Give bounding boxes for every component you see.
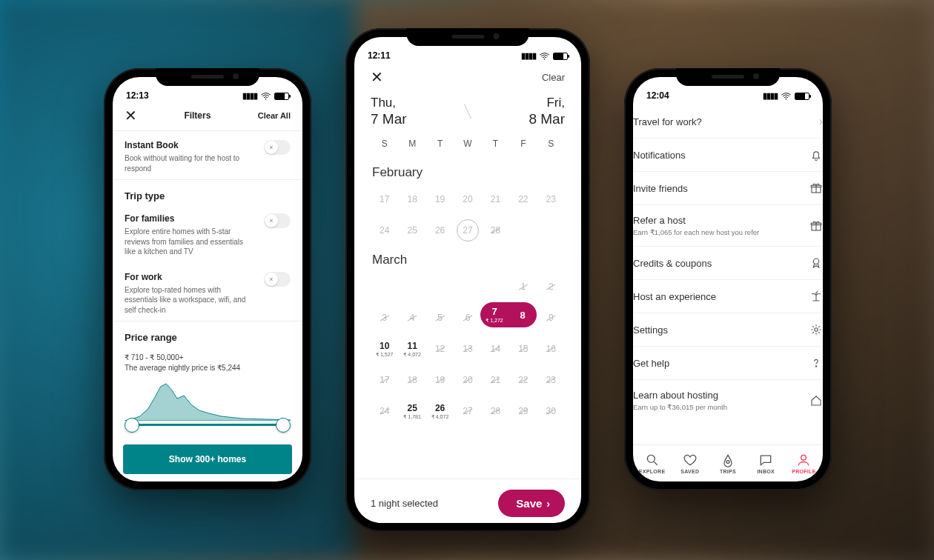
calendar-february: 17 18 19 20 21 22 23 24 25 26 27 28 xyxy=(371,186,565,244)
cal-day[interactable]: 28 xyxy=(482,398,509,424)
cal-day[interactable]: 5 xyxy=(426,304,454,331)
tab-profile[interactable]: PROFILE xyxy=(785,445,823,481)
families-title: For families xyxy=(125,213,255,224)
clear-all-button[interactable]: Clear All xyxy=(258,111,291,120)
profile-row-invite-friends[interactable]: Invite friends xyxy=(633,172,823,205)
profile-row-credits[interactable]: Credits & coupons xyxy=(633,247,823,280)
cal-day[interactable]: 4 xyxy=(398,304,425,331)
date-range-display: Thu, 7 Mar Fri, 8 Mar xyxy=(371,89,565,139)
cal-day[interactable]: 15 xyxy=(509,336,537,362)
svg-point-12 xyxy=(801,455,807,460)
filters-header: ✕ Filters Clear All xyxy=(125,102,291,130)
tab-explore[interactable]: EXPLORE xyxy=(633,445,671,481)
cal-day[interactable]: 3 xyxy=(371,304,398,331)
airbnb-icon xyxy=(721,453,735,467)
signal-icon: ▮▮▮▮ xyxy=(242,91,257,101)
cal-day[interactable]: 19 xyxy=(426,367,454,393)
gift-icon xyxy=(809,181,823,195)
cal-day[interactable]: 21 xyxy=(482,367,509,393)
profile-row-learn-hosting[interactable]: Learn about hosting Earn up to ₹36,015 p… xyxy=(633,380,823,421)
cal-day[interactable]: 27 xyxy=(454,398,481,424)
cal-day[interactable]: 10₹ 1,527 xyxy=(371,336,398,362)
to-date: 8 Mar xyxy=(529,110,565,128)
cal-day[interactable]: 2 xyxy=(537,273,565,300)
work-toggle[interactable]: × xyxy=(264,272,291,287)
price-slider[interactable] xyxy=(125,416,291,434)
cal-day[interactable]: 19 xyxy=(426,186,454,213)
cal-day[interactable]: 26 xyxy=(426,217,454,244)
profile-row-travel-work[interactable]: Travel for work? › xyxy=(633,105,823,139)
profile-row-refer-host[interactable]: Refer a host Earn ₹1,065 for each new ho… xyxy=(633,205,823,247)
cal-day[interactable]: 17 xyxy=(371,186,398,213)
profile-row-settings[interactable]: Settings xyxy=(633,313,823,347)
close-icon[interactable]: ✕ xyxy=(371,70,383,84)
save-bar: 1 night selected Save › xyxy=(354,479,581,523)
cal-day[interactable]: 13 xyxy=(454,336,481,362)
cal-day[interactable]: 26₹ 4,072 xyxy=(426,398,454,424)
cal-day-today[interactable]: 27 xyxy=(454,217,481,244)
cal-day[interactable]: 30 xyxy=(537,398,565,424)
phone-filters: 12:13 ▮▮▮▮ ✕ Filters Clear All Instant B… xyxy=(104,68,311,490)
cal-day[interactable]: 14 xyxy=(482,336,509,362)
status-time: 12:13 xyxy=(126,90,149,101)
cal-day[interactable]: 21 xyxy=(482,186,509,213)
cal-day[interactable]: 22 xyxy=(509,367,537,393)
tab-trips[interactable]: TRIPS xyxy=(709,445,746,481)
signal-icon: ▮▮▮▮ xyxy=(763,91,778,101)
profile-row-notifications[interactable]: Notifications xyxy=(633,139,823,172)
phone-dates: 12:11 ▮▮▮▮ ✕ Clear Thu, 7 Mar xyxy=(345,28,590,532)
signal-icon: ▮▮▮▮ xyxy=(521,51,536,61)
ribbon-icon xyxy=(809,256,823,270)
cal-day[interactable]: 11₹ 4,072 xyxy=(398,336,425,362)
cal-day[interactable]: 17 xyxy=(371,367,398,393)
from-date: 7 Mar xyxy=(371,110,407,128)
from-dayname: Thu, xyxy=(371,95,407,110)
profile-row-help[interactable]: Get help xyxy=(633,347,823,380)
families-toggle[interactable]: × xyxy=(264,213,291,228)
cal-day[interactable]: 6 xyxy=(454,304,481,331)
trip-type-heading: Trip type xyxy=(125,180,291,204)
cal-day[interactable]: 24 xyxy=(371,217,398,244)
profile-row-host-experience[interactable]: Host an experience xyxy=(633,280,823,313)
slider-thumb-max[interactable] xyxy=(276,418,291,433)
svg-point-8 xyxy=(815,328,818,332)
price-avg: The average nightly price is ₹5,244 xyxy=(125,364,291,372)
instant-book-desc: Book without waiting for the host to res… xyxy=(125,153,255,173)
cal-day[interactable]: 20 xyxy=(454,367,481,393)
work-title: For work xyxy=(125,272,255,282)
cal-day[interactable]: 25₹ 1,781 xyxy=(398,398,425,424)
work-row: For work Explore top-rated homes with es… xyxy=(125,263,291,321)
clear-button[interactable]: Clear xyxy=(542,72,565,83)
cal-day[interactable]: 23 xyxy=(537,367,565,393)
close-icon[interactable]: ✕ xyxy=(125,108,137,123)
price-range-heading: Price range xyxy=(125,321,291,346)
tab-inbox[interactable]: INBOX xyxy=(747,445,785,481)
status-time: 12:04 xyxy=(646,90,669,101)
cal-day[interactable]: 25 xyxy=(398,217,425,244)
cal-day[interactable]: 16 xyxy=(537,336,565,362)
cal-day[interactable]: 18 xyxy=(398,367,425,393)
phone-profile: 12:04 ▮▮▮▮ Travel for work? › Notificati… xyxy=(624,68,832,490)
month-february: February xyxy=(371,156,565,186)
dates-header: ✕ Clear xyxy=(371,62,565,89)
svg-point-11 xyxy=(726,461,729,464)
save-button[interactable]: Save › xyxy=(498,490,565,517)
cal-day[interactable]: 22 xyxy=(509,186,537,213)
cal-day[interactable]: 20 xyxy=(454,186,481,213)
show-homes-button[interactable]: Show 300+ homes xyxy=(123,444,292,474)
chevron-right-icon: › xyxy=(819,115,823,128)
wifi-icon xyxy=(781,93,792,100)
cal-day[interactable]: 28 xyxy=(482,217,509,244)
cal-day[interactable]: 12 xyxy=(426,336,454,362)
instant-book-toggle[interactable]: × xyxy=(264,140,291,155)
cal-day[interactable]: 24 xyxy=(371,398,398,424)
cal-day[interactable]: 9 xyxy=(537,304,565,331)
instant-book-title: Instant Book xyxy=(125,140,255,150)
cal-day[interactable]: 29 xyxy=(509,398,537,424)
cal-day[interactable]: 18 xyxy=(398,186,425,213)
cal-day[interactable]: 23 xyxy=(537,186,565,213)
slider-thumb-min[interactable] xyxy=(125,418,139,433)
gear-icon xyxy=(809,323,823,336)
cal-day[interactable]: 1 xyxy=(509,273,537,300)
tab-saved[interactable]: SAVED xyxy=(671,445,709,481)
